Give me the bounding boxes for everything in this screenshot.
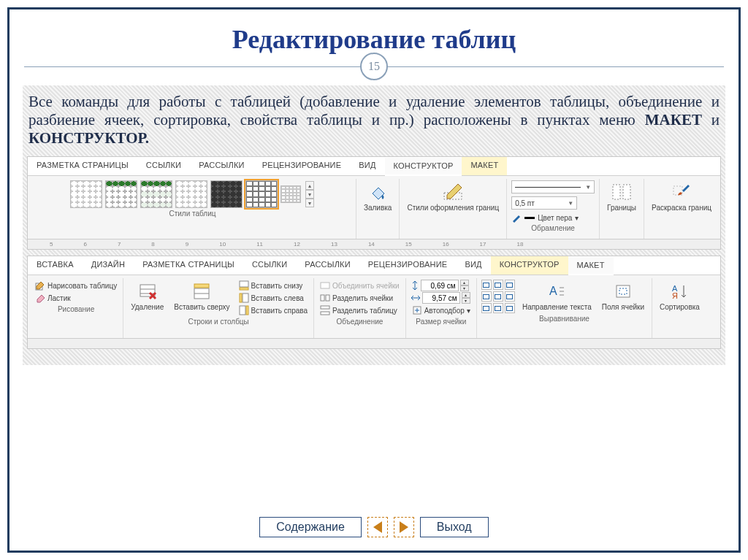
pen-width-value: 0,5 пт [515,199,535,207]
row-height-input[interactable]: ▴▾ [411,280,472,291]
borders-icon [611,182,633,202]
text-direction-icon: A [546,281,568,302]
tab-review2[interactable]: РЕЦЕНЗИРОВАНИЕ [359,256,457,275]
group-merge: Объединение [336,316,383,327]
group-rows-cols: Строки и столбцы [188,316,248,327]
border-painter-button[interactable]: Раскраска границ [649,180,714,213]
border-styles-button[interactable]: Стили оформления границ [404,180,502,213]
alignment-grid[interactable] [481,280,515,313]
table-style-grid-selected[interactable] [245,180,278,208]
split-cells-button[interactable]: Разделить ячейки [318,292,401,304]
insert-above-button[interactable]: Вставить сверху [171,280,232,312]
tab-layout[interactable]: МАКЕТ [462,157,507,175]
exit-button[interactable]: Выход [420,517,489,537]
draw-table-label: Нарисовать таблицу [47,282,117,290]
table-style-dashed[interactable] [175,180,207,208]
tab-view[interactable]: ВИД [350,157,384,175]
tab-designer[interactable]: КОНСТРУКТОР [385,158,462,176]
tabs-layout: ВСТАВКА ДИЗАЙН РАЗМЕТКА СТРАНИЦЫ ССЫЛКИ … [28,256,720,275]
table-style-header[interactable] [105,180,137,208]
text-direction-button[interactable]: A Направление текста [519,280,595,312]
merge-cells-button[interactable]: Объединить ячейки [318,280,401,291]
group-alignment: Выравнивание [539,313,589,324]
autofit-button[interactable]: Автоподбор▾ [411,304,472,316]
svg-rect-2 [623,185,630,199]
fill-label: Заливка [364,204,392,212]
table-style-plain[interactable] [70,180,102,208]
svg-rect-13 [243,294,248,302]
slide-title: Редактирование таблиц [9,9,739,59]
eraser-icon [35,293,45,303]
table-styles-gallery[interactable]: ▴▾▾ [70,180,314,208]
tab-references[interactable]: ССЫЛКИ [137,157,190,175]
delete-button[interactable]: Удаление [128,280,167,312]
insert-above-icon [191,281,213,302]
insert-right-button[interactable]: Вставить справа [237,304,309,316]
chevron-down-icon: ▾ [467,307,470,315]
sort-icon: АЯ [668,281,690,302]
insert-right-icon [239,305,249,315]
sort-button[interactable]: АЯ Сортировка [657,280,703,312]
tab-review[interactable]: РЕЦЕНЗИРОВАНИЕ [253,157,351,175]
split-table-button[interactable]: Разделить таблицу [318,304,401,316]
delete-label: Удаление [131,303,164,311]
tab-references2[interactable]: ССЫЛКИ [243,256,296,275]
svg-text:Я: Я [672,291,678,300]
pen-color-button[interactable]: Цвет пера ▾ [511,212,579,223]
tab-insert[interactable]: ВСТАВКА [28,256,83,275]
group-cell-size: Размер ячейки [416,316,466,327]
insert-below-button[interactable]: Вставить снизу [237,280,309,291]
pen-width-combo[interactable]: 0,5 пт▼ [511,196,577,210]
borders-button[interactable]: Границы [604,180,639,213]
insert-below-label: Вставить снизу [251,282,303,290]
tab-design[interactable]: ДИЗАЙН [83,256,134,275]
col-width-input[interactable]: ▴▾ [411,292,472,304]
next-button[interactable] [394,517,414,537]
svg-text:A: A [549,285,557,297]
ribbon-designer: РАЗМЕТКА СТРАНИЦЫ ССЫЛКИ РАССЫЛКИ РЕЦЕНЗ… [27,156,721,250]
tab-designer2[interactable]: КОНСТРУКТОР [491,256,568,275]
table-style-banded[interactable] [140,180,172,208]
fill-button[interactable]: Заливка [361,180,395,213]
border-styles-label: Стили оформления границ [407,204,499,212]
borders-label: Границы [607,204,636,212]
tab-view2[interactable]: ВИД [456,256,490,275]
width-icon [411,294,421,302]
border-painter-label: Раскраска границ [652,204,711,212]
insert-above-label: Вставить сверху [174,303,229,311]
page-number-badge: 15 [360,53,388,80]
gallery-more[interactable]: ▴▾▾ [305,181,314,207]
text-direction-label: Направление текста [522,303,592,311]
contents-button[interactable]: Содержание [259,517,362,537]
tab-page-layout[interactable]: РАЗМЕТКА СТРАНИЦЫ [28,157,137,175]
draw-table-button[interactable]: Нарисовать таблицу [34,280,118,291]
tab-mailings2[interactable]: РАССЫЛКИ [296,256,359,275]
svg-rect-11 [240,281,248,287]
split-table-icon [320,305,330,315]
ribbon-layout: ВСТАВКА ДИЗАЙН РАЗМЕТКА СТРАНИЦЫ ССЫЛКИ … [27,256,721,349]
svg-rect-19 [326,295,329,301]
chevron-down-icon: ▼ [568,200,573,207]
ruler: 56789101112131415161718 [28,239,720,249]
cell-margins-icon [612,281,634,302]
insert-right-label: Вставить справа [251,307,308,315]
svg-rect-21 [321,312,329,315]
table-style-small[interactable] [280,185,301,203]
prev-button[interactable] [367,517,388,537]
svg-rect-10 [194,284,209,288]
insert-left-button[interactable]: Вставить слева [237,292,309,304]
tab-page-layout2[interactable]: РАЗМЕТКА СТРАНИЦЫ [134,256,243,275]
group-table-styles: Стили таблиц [169,208,215,219]
cell-margins-button[interactable]: Поля ячейки [599,280,647,312]
tab-mailings[interactable]: РАССЫЛКИ [190,157,253,175]
tab-layout2[interactable]: МАКЕТ [568,257,614,275]
svg-rect-16 [246,306,248,315]
insert-left-label: Вставить слева [251,294,304,302]
sort-label: Сортировка [660,303,700,311]
eraser-button[interactable]: Ластик [34,292,118,304]
group-drawing: Рисование [58,304,94,315]
insert-left-icon [239,293,249,303]
pen-style-combo[interactable]: ▼ [511,180,595,193]
ruler2 [28,338,720,348]
table-style-dark[interactable] [210,180,243,208]
